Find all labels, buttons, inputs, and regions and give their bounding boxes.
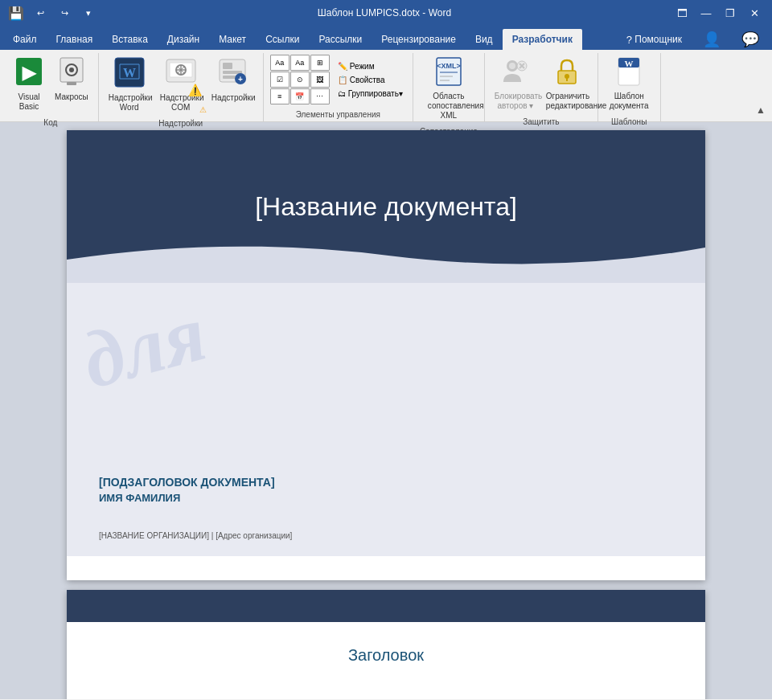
addins-word-icon: W bbox=[113, 56, 146, 92]
group-code: ▶ Visual Basic Макросы Код bbox=[3, 53, 99, 121]
group-icon: 🗂 bbox=[338, 89, 346, 98]
ctrl-aa-button[interactable]: Aa bbox=[270, 55, 290, 71]
xml-map-button[interactable]: <XML> Область сопоставления XML bbox=[423, 55, 474, 122]
addins-word-label: Надстройки Word bbox=[109, 93, 150, 113]
group-mapping-content: <XML> Область сопоставления XML bbox=[423, 55, 474, 125]
svg-text:<XML>: <XML> bbox=[437, 62, 461, 70]
group-protect: Блокировать авторов ▾ Ограничить редакти… bbox=[485, 53, 598, 121]
doc-template-label: Шаблон документа bbox=[610, 92, 649, 111]
document-subtitle[interactable]: [ПОДЗАГОЛОВОК ДОКУМЕНТА] bbox=[99, 476, 673, 489]
window-title: Шаблон LUMPICS.dotx - Word bbox=[98, 7, 671, 18]
tab-references[interactable]: Ссылки bbox=[256, 29, 309, 50]
group-templates-content: W Шаблон документа bbox=[605, 55, 654, 116]
page-1: [Название документа] для [ПОДЗАГОЛОВОК Д… bbox=[67, 130, 705, 580]
word-logo: 💾 bbox=[6, 3, 26, 23]
group-controls-label: Элементы управления bbox=[270, 108, 406, 121]
page-title-area: [Название документа] bbox=[67, 130, 705, 283]
group-button[interactable]: 🗂 Группировать▾ bbox=[335, 88, 406, 100]
ribbon-tabs: Файл Главная Вставка Дизайн Макет Ссылки… bbox=[0, 26, 772, 50]
svg-text:W: W bbox=[123, 66, 136, 80]
restrict-edit-label: Ограничить редактирование bbox=[546, 92, 588, 111]
restrict-edit-button[interactable]: Ограничить редактирование bbox=[543, 55, 591, 113]
design-mode-icon: ✏️ bbox=[338, 62, 347, 71]
svg-rect-17 bbox=[223, 63, 232, 69]
group-mapping: <XML> Область сопоставления XML Сопостав… bbox=[413, 53, 485, 121]
ctrl-radio-button[interactable]: ⊙ bbox=[290, 72, 310, 88]
comments-button[interactable]: 💬 bbox=[732, 29, 769, 50]
title-bar-left: 💾 ↩ ↪ ▾ bbox=[6, 3, 98, 23]
ctrl-aa2-button[interactable]: Aa bbox=[290, 55, 310, 71]
ribbon: ▶ Visual Basic Макросы Код bbox=[0, 50, 772, 122]
xml-map-label: Область сопоставления XML bbox=[428, 92, 470, 121]
addins-settings-button[interactable]: + Надстройки bbox=[208, 55, 257, 104]
visual-basic-icon: ▶ bbox=[14, 56, 43, 91]
warning-icon: ⚠️ bbox=[188, 84, 202, 96]
group-addins-content: W Надстройки Word bbox=[105, 55, 257, 117]
tab-file[interactable]: Файл bbox=[3, 29, 47, 50]
customize-qat-button[interactable]: ▾ bbox=[79, 3, 98, 23]
ctrl-list-button[interactable]: ≡ bbox=[270, 88, 290, 104]
addins-com-button[interactable]: ⚠️ Надстройки COM bbox=[157, 55, 205, 114]
doc-template-icon: W bbox=[614, 56, 644, 90]
collapse-ribbon-button[interactable]: ▲ bbox=[753, 102, 769, 118]
properties-icon: 📋 bbox=[338, 76, 347, 84]
ctrl-grid-button[interactable]: ⊞ bbox=[310, 55, 330, 71]
tab-help[interactable]: ? Помощник bbox=[617, 29, 692, 50]
svg-point-4 bbox=[69, 68, 74, 72]
page2-header bbox=[67, 590, 705, 622]
addins-word-button[interactable]: W Надстройки Word bbox=[105, 55, 154, 114]
block-authors-button[interactable]: Блокировать авторов ▾ bbox=[491, 55, 540, 113]
tab-insert[interactable]: Вставка bbox=[102, 29, 158, 50]
visual-basic-button[interactable]: ▶ Visual Basic bbox=[10, 55, 48, 113]
tab-view[interactable]: Вид bbox=[466, 29, 503, 50]
macros-button[interactable]: Макросы bbox=[51, 55, 92, 104]
tab-design[interactable]: Дизайн bbox=[158, 29, 209, 50]
user-account-button[interactable]: 👤 bbox=[693, 29, 730, 50]
title-bar: 💾 ↩ ↪ ▾ Шаблон LUMPICS.dotx - Word 🗖 — ❐… bbox=[0, 0, 772, 26]
properties-button[interactable]: 📋 Свойства bbox=[335, 74, 406, 86]
group-label: Группировать▾ bbox=[348, 89, 403, 98]
group-templates: W Шаблон документа Шаблоны bbox=[598, 53, 661, 121]
design-mode-label: Режим bbox=[350, 62, 375, 71]
page2-body: Заголовок bbox=[67, 622, 705, 699]
tab-review[interactable]: Рецензирование bbox=[372, 29, 466, 50]
ctrl-more-button[interactable]: ⋯ bbox=[310, 88, 330, 104]
title-bar-controls: 🗖 — ❐ ✕ bbox=[671, 2, 766, 24]
group-addins: W Надстройки Word bbox=[99, 53, 264, 121]
ribbon-options-button[interactable]: 🗖 bbox=[671, 2, 693, 24]
ctrl-img-button[interactable]: 🖼 bbox=[310, 72, 330, 88]
design-mode-button[interactable]: ✏️ Режим bbox=[335, 60, 406, 72]
watermark-text: для bbox=[75, 293, 214, 402]
redo-button[interactable]: ↪ bbox=[55, 3, 74, 23]
ctrl-cal-button[interactable]: 📅 bbox=[290, 88, 310, 104]
tab-mailings[interactable]: Рассылки bbox=[309, 29, 372, 50]
svg-text:+: + bbox=[238, 75, 243, 84]
block-authors-label: Блокировать авторов ▾ bbox=[495, 92, 536, 111]
svg-text:▶: ▶ bbox=[23, 63, 38, 83]
page-body: для [ПОДЗАГОЛОВОК ДОКУМЕНТА] ИМЯ ФАМИЛИЯ… bbox=[67, 283, 705, 556]
visual-basic-label: Visual Basic bbox=[18, 92, 39, 112]
document-org[interactable]: [НАЗВАНИЕ ОРГАНИЗАЦИИ] | [Адрес организа… bbox=[99, 531, 292, 540]
undo-button[interactable]: ↩ bbox=[31, 3, 50, 23]
restrict-edit-icon bbox=[552, 56, 582, 90]
group-protect-content: Блокировать авторов ▾ Ограничить редакти… bbox=[491, 55, 591, 116]
restore-button[interactable]: ❐ bbox=[719, 2, 741, 24]
tab-developer[interactable]: Разработчик bbox=[503, 29, 582, 50]
addins-settings-icon: + bbox=[216, 56, 248, 92]
doc-template-button[interactable]: W Шаблон документа bbox=[605, 55, 654, 113]
tab-layout[interactable]: Макет bbox=[209, 29, 256, 50]
group-code-content: ▶ Visual Basic Макросы bbox=[10, 55, 92, 117]
tab-home[interactable]: Главная bbox=[47, 29, 103, 50]
svg-rect-19 bbox=[223, 76, 236, 79]
document-title[interactable]: [Название документа] bbox=[239, 176, 533, 238]
svg-rect-5 bbox=[67, 82, 76, 85]
minimize-button[interactable]: — bbox=[695, 2, 717, 24]
group-controls: Aa Aa ⊞ ☑ ⊙ 🖼 ≡ 📅 ⋯ ✏️ Режим 📋 bbox=[264, 53, 413, 121]
document-author[interactable]: ИМЯ ФАМИЛИЯ bbox=[99, 492, 673, 504]
macros-icon bbox=[57, 56, 86, 91]
block-authors-icon bbox=[500, 56, 531, 90]
page-2: Заголовок bbox=[67, 590, 705, 699]
ctrl-check-button[interactable]: ☑ bbox=[270, 72, 290, 88]
section-heading[interactable]: Заголовок bbox=[115, 646, 657, 665]
close-button[interactable]: ✕ bbox=[743, 2, 766, 24]
